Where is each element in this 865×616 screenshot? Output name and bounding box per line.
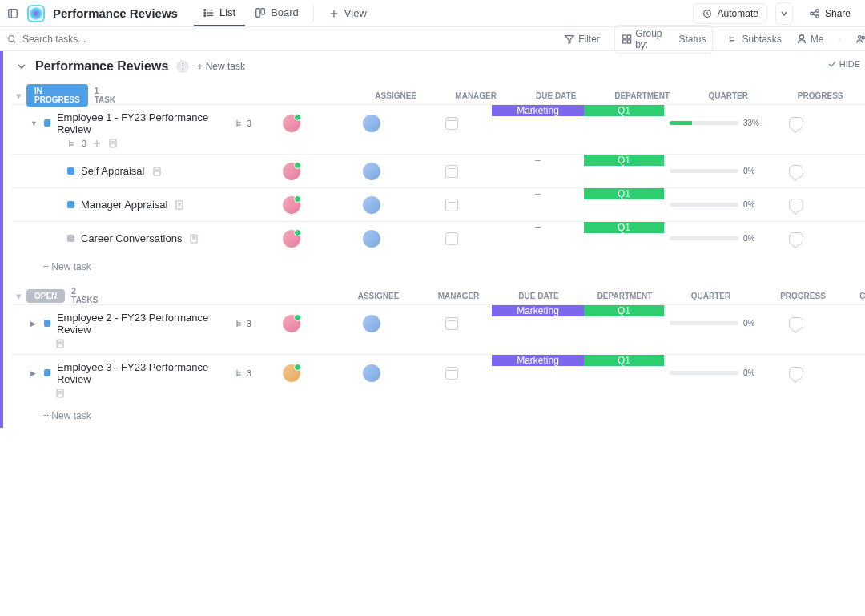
chevron-down-icon[interactable]: ▾ <box>16 289 22 302</box>
hide-button[interactable]: HIDE <box>827 59 860 69</box>
status-square[interactable] <box>44 320 50 327</box>
col-department[interactable]: DEPARTMENT <box>596 91 688 100</box>
calendar-icon[interactable] <box>445 232 458 245</box>
note-icon[interactable] <box>151 166 163 177</box>
department-cell[interactable]: Marketing <box>492 305 584 316</box>
avatar[interactable] <box>363 364 380 382</box>
avatar[interactable] <box>283 115 300 132</box>
quarter-cell[interactable]: Q1 <box>584 305 664 316</box>
note-icon[interactable] <box>188 233 199 244</box>
task-row[interactable]: Self Appraisal – Q1 0% <box>11 154 865 187</box>
comment-icon[interactable] <box>789 199 803 211</box>
calendar-icon[interactable] <box>445 165 458 178</box>
department-cell[interactable]: – <box>492 222 584 233</box>
me-button[interactable]: Me <box>796 34 824 45</box>
col-manager[interactable]: MANAGER <box>419 292 499 300</box>
status-square[interactable] <box>67 167 74 175</box>
calendar-icon[interactable] <box>445 117 458 130</box>
new-task-button[interactable]: + New task <box>197 61 245 72</box>
quarter-cell[interactable]: Q1 <box>584 222 664 233</box>
expand-caret-icon[interactable]: ▶ <box>30 369 38 377</box>
tab-board[interactable]: Board <box>245 0 308 26</box>
comment-icon[interactable] <box>789 317 803 330</box>
automate-button[interactable]: Automate <box>693 3 767 24</box>
task-title: Employee 1 - FY23 Performance Review <box>57 111 225 135</box>
avatar[interactable] <box>363 315 380 332</box>
divider <box>313 6 314 22</box>
quarter-cell[interactable]: Q1 <box>584 105 664 116</box>
note-icon[interactable] <box>174 199 185 211</box>
filter-button[interactable]: Filter <box>564 34 600 45</box>
avatar[interactable] <box>363 163 380 180</box>
share-button[interactable]: Share <box>801 4 859 23</box>
status-tag[interactable]: IN PROGRESS <box>26 84 88 107</box>
col-duedate[interactable]: DUE DATE <box>516 91 596 100</box>
comment-icon[interactable] <box>789 165 803 178</box>
chevron-down-icon[interactable]: ▾ <box>16 89 22 102</box>
status-square[interactable] <box>67 235 74 242</box>
department-cell[interactable]: Marketing <box>492 105 584 116</box>
col-progress[interactable]: PROGRESS <box>751 292 855 300</box>
avatar[interactable] <box>283 163 300 180</box>
col-comments[interactable]: COMMENTS <box>855 292 866 300</box>
avatar[interactable] <box>283 315 300 332</box>
avatar[interactable] <box>363 230 380 248</box>
group-by-button[interactable]: Group by: Status <box>614 25 714 54</box>
task-row[interactable]: ▼ Employee 1 - FY23 Performance Review 3… <box>11 104 865 141</box>
new-task-button[interactable]: + New task <box>11 404 865 428</box>
avatar[interactable] <box>283 230 300 248</box>
note-icon[interactable] <box>54 338 66 349</box>
tab-list[interactable]: List <box>194 0 245 26</box>
chevron-down-icon[interactable] <box>16 61 27 72</box>
col-assignee[interactable]: ASSIGNEE <box>356 91 436 100</box>
note-icon[interactable] <box>54 388 66 399</box>
col-manager[interactable]: MANAGER <box>436 91 516 100</box>
calendar-icon[interactable] <box>445 367 458 380</box>
automate-dropdown[interactable] <box>775 2 793 25</box>
col-progress[interactable]: PROGRESS <box>768 91 865 100</box>
add-view-button[interactable]: View <box>319 1 376 26</box>
status-square[interactable] <box>44 119 50 127</box>
info-icon[interactable]: i <box>176 60 189 73</box>
col-department[interactable]: DEPARTMENT <box>579 292 671 300</box>
task-row[interactable]: ▶ Employee 2 - FY23 Performance Review 3… <box>11 304 865 341</box>
status-tag[interactable]: OPEN <box>26 289 65 303</box>
task-row[interactable]: Career Conversations – Q1 0% <box>11 221 865 255</box>
col-quarter[interactable]: QUARTER <box>671 292 751 300</box>
task-row[interactable]: Manager Appraisal – Q1 0% <box>11 187 865 221</box>
col-assignee[interactable]: ASSIGNEE <box>339 292 419 300</box>
avatar[interactable] <box>363 196 380 214</box>
subtasks-button[interactable]: Subtasks <box>727 34 781 45</box>
status-square[interactable] <box>67 201 74 208</box>
avatar[interactable] <box>283 364 300 382</box>
expand-caret-icon[interactable]: ▼ <box>30 119 38 127</box>
progress-bar <box>670 321 738 325</box>
task-row[interactable]: ▶ Employee 3 - FY23 Performance Review 3… <box>11 354 865 391</box>
plus-icon[interactable] <box>91 138 103 149</box>
avatar[interactable] <box>283 196 300 214</box>
quarter-cell[interactable]: Q1 <box>584 355 664 366</box>
calendar-icon[interactable] <box>445 317 458 330</box>
quarter-cell[interactable]: Q1 <box>584 155 664 166</box>
new-task-button[interactable]: + New task <box>11 255 865 279</box>
department-cell[interactable]: Marketing <box>492 355 584 366</box>
automate-icon <box>702 8 713 19</box>
col-quarter[interactable]: QUARTER <box>688 91 768 100</box>
status-square[interactable] <box>44 369 50 376</box>
col-duedate[interactable]: DUE DATE <box>499 292 579 300</box>
calendar-icon[interactable] <box>445 199 458 211</box>
search-input[interactable] <box>22 34 103 45</box>
progress-label: 0% <box>743 200 762 209</box>
comment-icon[interactable] <box>789 367 803 380</box>
quarter-cell[interactable]: Q1 <box>584 188 664 199</box>
note-icon[interactable] <box>107 138 119 149</box>
svg-point-17 <box>816 14 819 18</box>
expand-caret-icon[interactable]: ▶ <box>30 320 38 328</box>
comment-icon[interactable] <box>789 117 803 130</box>
comment-icon[interactable] <box>789 232 803 245</box>
department-cell[interactable]: – <box>492 155 584 166</box>
department-cell[interactable]: – <box>492 188 584 199</box>
sidebar-toggle-icon[interactable] <box>6 7 19 20</box>
assignees-button[interactable]: Assignees <box>855 34 865 45</box>
avatar[interactable] <box>363 115 380 132</box>
